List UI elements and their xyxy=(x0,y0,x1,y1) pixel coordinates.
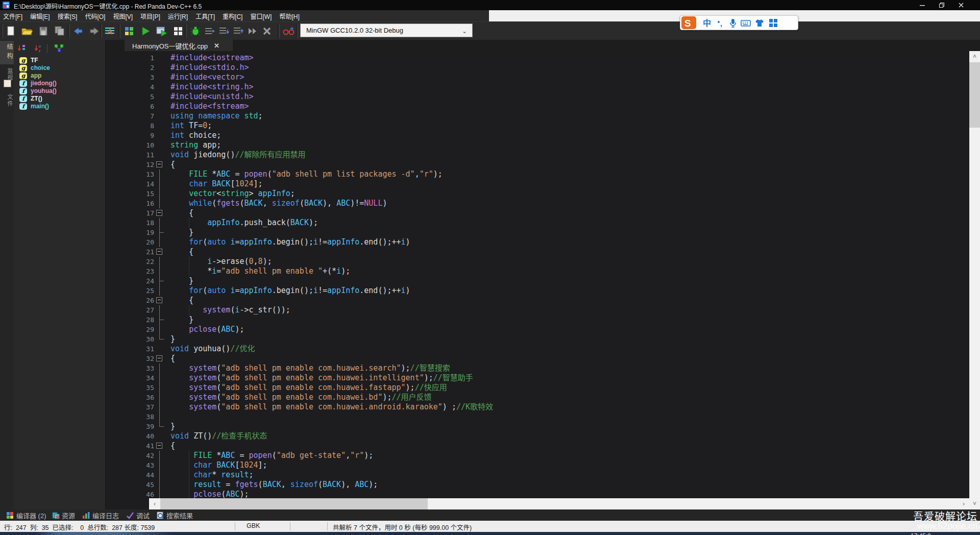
code-line[interactable]: 31void youhua()//优化 xyxy=(106,344,969,354)
fold-collapse-icon[interactable] xyxy=(156,249,162,255)
sogou-logo-icon[interactable]: S xyxy=(680,16,698,30)
sidebar-tab-structure[interactable]: 结构 xyxy=(0,41,14,64)
step-into-button[interactable] xyxy=(217,25,231,38)
fold-collapse-icon[interactable] xyxy=(156,355,162,361)
symbol-youhua[interactable]: fyouhua() xyxy=(14,87,106,95)
restore-button[interactable] xyxy=(932,0,951,10)
debug-button[interactable] xyxy=(189,25,202,38)
code-line[interactable]: 16 while(fgets(BACK, sizeof(BACK), ABC)!… xyxy=(106,199,969,208)
bottom-tab-compiler[interactable]: 编译器 (2) xyxy=(6,509,46,521)
toolbox-icon[interactable] xyxy=(768,18,778,28)
code-line[interactable]: 7using namespace std; xyxy=(106,111,969,121)
menu-T[interactable]: 工具[T] xyxy=(194,12,216,20)
code-line[interactable]: 33 system("adb shell pm enable com.huawe… xyxy=(106,363,969,373)
menu-V[interactable]: 视图[V] xyxy=(111,12,134,20)
code-line[interactable]: 20 for(auto i=appInfo.begin();i!=appInfo… xyxy=(106,237,969,247)
menu-S[interactable]: 搜索[S] xyxy=(56,12,79,20)
forward-arrow-button[interactable] xyxy=(88,25,101,38)
symbol-TF[interactable]: gTF xyxy=(14,57,106,64)
compile-run-button[interactable] xyxy=(155,25,168,38)
code-line[interactable]: 3#include<vector> xyxy=(106,72,969,82)
code-line[interactable]: 44 char* result; xyxy=(106,470,969,480)
skin-icon[interactable] xyxy=(754,18,765,28)
sidebar-tab-files[interactable]: 文件 xyxy=(0,90,14,111)
code-line[interactable]: 10string app; xyxy=(106,140,969,150)
scroll-left-icon[interactable]: ‹ xyxy=(149,498,160,509)
code-line[interactable]: 8int TF=0; xyxy=(106,121,969,131)
code-line[interactable]: 5#include<unistd.h> xyxy=(106,92,969,102)
menu-W[interactable]: 窗口[W] xyxy=(249,12,273,20)
code-line[interactable]: 43 char BACK[1024]; xyxy=(106,460,969,470)
compile-button[interactable] xyxy=(122,25,136,38)
rebuild-button[interactable] xyxy=(172,25,185,38)
symbol-app[interactable]: gapp xyxy=(14,72,106,80)
code-line[interactable]: 34 system("adb shell pm enable com.huawe… xyxy=(106,373,969,383)
compiler-select[interactable]: MinGW GCC10.2.0 32-bit Debug ⌄ xyxy=(300,23,473,37)
code-line[interactable]: 25 for(auto i=appInfo.begin();i!=appInfo… xyxy=(106,286,969,296)
fold-collapse-icon[interactable] xyxy=(156,443,162,449)
step-over-button[interactable] xyxy=(203,25,216,38)
code-line[interactable]: 39} xyxy=(106,422,969,431)
profile-button[interactable] xyxy=(282,25,295,38)
vertical-scrollbar[interactable]: ˄ ˅ xyxy=(969,51,980,509)
code-line[interactable]: 21 { xyxy=(106,247,969,257)
code-line[interactable]: 28 } xyxy=(106,315,969,325)
fold-collapse-icon[interactable] xyxy=(156,297,162,303)
code-line[interactable]: 2#include<stdio.h> xyxy=(106,63,969,72)
symbol-main[interactable]: fmain() xyxy=(14,103,106,110)
tab-close-icon[interactable]: ✕ xyxy=(214,42,219,50)
run-button[interactable] xyxy=(139,25,152,38)
step-out-button[interactable] xyxy=(232,25,245,38)
code-line[interactable]: 36 system("adb shell pm enable com.huawe… xyxy=(106,393,969,402)
save-all-button[interactable] xyxy=(53,25,66,38)
microphone-icon[interactable] xyxy=(729,18,737,28)
scroll-down-icon[interactable]: ˅ xyxy=(969,498,980,509)
format-button[interactable]: A xyxy=(103,25,116,38)
code-line[interactable]: 35 system("adb shell pm enable com.huawe… xyxy=(106,383,969,393)
fold-collapse-icon[interactable] xyxy=(156,161,162,167)
bottom-tab-log[interactable]: 编译日志 xyxy=(82,509,119,521)
fast-forward-button[interactable] xyxy=(246,25,259,38)
code-line[interactable]: 4#include<string.h> xyxy=(106,82,969,92)
vertical-scroll-thumb[interactable] xyxy=(969,62,980,128)
menu-F[interactable]: 文件[F] xyxy=(2,12,24,20)
new-file-button[interactable] xyxy=(4,25,17,38)
sort-by-type-button[interactable] xyxy=(17,43,27,54)
code-line[interactable]: 12{ xyxy=(106,160,969,169)
stop-button[interactable] xyxy=(260,25,274,38)
code-editor[interactable]: 1#include<iostream>2#include<stdio.h>3#i… xyxy=(106,51,969,509)
symbol-ZT[interactable]: fZT() xyxy=(14,95,106,103)
code-line[interactable]: 24 } xyxy=(106,276,969,286)
code-line[interactable]: 22 i->erase(0,8); xyxy=(106,257,969,266)
menu-P[interactable]: 项目[P] xyxy=(139,12,162,20)
code-line[interactable]: 19 } xyxy=(106,228,969,237)
ime-toolbar[interactable]: S中, xyxy=(680,15,798,30)
horizontal-scroll-thumb[interactable] xyxy=(160,498,428,509)
code-line[interactable]: 17 { xyxy=(106,208,969,218)
bottom-tab-debug-check[interactable]: 调试 xyxy=(126,509,150,521)
menu-C[interactable]: 重构[C] xyxy=(221,12,244,20)
code-line[interactable]: 29 pclose(ABC); xyxy=(106,325,969,334)
symbol-choice[interactable]: gchoice xyxy=(14,64,106,72)
close-button[interactable] xyxy=(951,0,971,10)
scroll-right-icon[interactable]: › xyxy=(958,498,969,509)
code-line[interactable]: 15 vector<string> appInfo; xyxy=(106,189,969,199)
fold-collapse-icon[interactable] xyxy=(156,210,162,216)
code-line[interactable]: 6#include<fstream> xyxy=(106,102,969,111)
code-line[interactable]: 45 result = fgets(BACK, sizeof(BACK), AB… xyxy=(106,480,969,490)
code-line[interactable]: 13 FILE *ABC = popen("adb shell pm list … xyxy=(106,169,969,179)
minimize-button[interactable] xyxy=(913,0,932,10)
menu-R[interactable]: 运行[R] xyxy=(166,12,189,20)
menu-E[interactable]: 编辑[E] xyxy=(29,12,52,20)
code-line[interactable]: 23 *i="adb shell pm enable "+(*i); xyxy=(106,266,969,276)
class-hierarchy-button[interactable] xyxy=(54,43,64,54)
code-line[interactable]: 41{ xyxy=(106,441,969,451)
symbol-jiedong[interactable]: fjiedong() xyxy=(14,80,106,87)
save-button[interactable] xyxy=(37,25,50,38)
code-line[interactable]: 26 { xyxy=(106,296,969,305)
code-line[interactable]: 9int choice; xyxy=(106,131,969,140)
horizontal-scrollbar[interactable]: ‹ › xyxy=(149,498,969,509)
code-line[interactable]: 42 FILE *ABC = popen("adb get-state","r"… xyxy=(106,451,969,460)
code-line[interactable]: 14 char BACK[1024]; xyxy=(106,179,969,189)
open-folder-button[interactable] xyxy=(20,25,34,38)
